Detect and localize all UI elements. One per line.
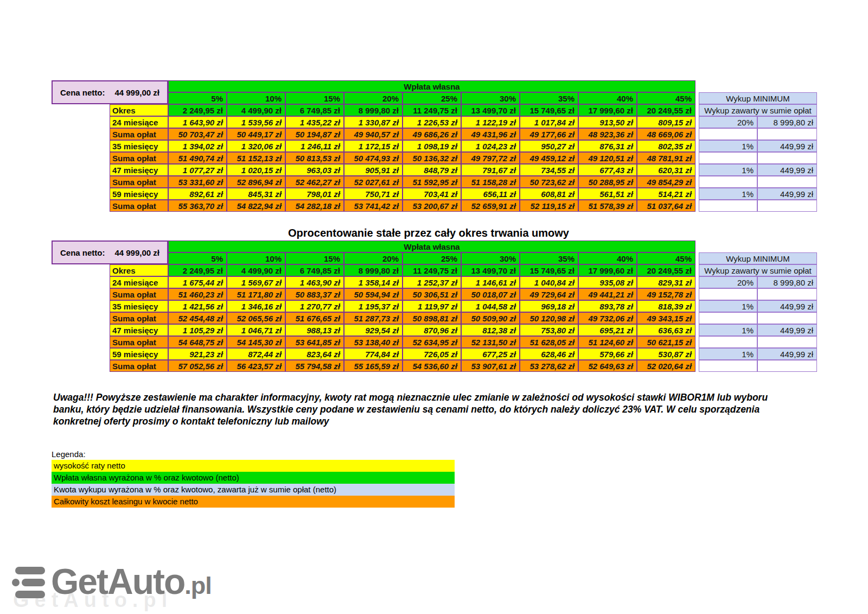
wykup-pct-cell — [699, 312, 757, 324]
wykup-pct-cell — [699, 200, 757, 212]
row-label: 59 miesięcy — [110, 348, 168, 360]
rate-value-cell: 514,21 zł — [637, 188, 695, 200]
rate-value-cell: 1 320,06 zł — [227, 140, 285, 152]
leasing-table-1: Cena netto: 44 999,00 zł Wpłata własna5%… — [52, 80, 817, 212]
percent-header-cell: 45% — [637, 252, 695, 264]
rate-value-cell: 677,43 zł — [578, 164, 637, 176]
percent-header-cell: 25% — [403, 252, 461, 264]
sum-value-cell: 52 634,95 zł — [403, 336, 461, 348]
rate-value-cell: 870,96 zł — [403, 324, 461, 336]
sum-value-cell: 50 306,51 zł — [403, 288, 461, 300]
rate-value-cell: 1 569,67 zł — [227, 276, 285, 288]
sum-value-cell: 51 152,13 zł — [227, 152, 285, 164]
legend-title: Legenda: — [52, 448, 455, 460]
wykup-pct-cell — [699, 336, 757, 348]
sum-value-cell: 52 659,91 zł — [461, 200, 520, 212]
rate-value-cell: 750,71 zł — [344, 188, 403, 200]
rate-value-cell: 1 643,90 zł — [168, 116, 227, 128]
sum-value-cell: 54 282,18 zł — [285, 200, 344, 212]
row-label: Suma opłat — [110, 200, 168, 212]
rate-value-cell: 703,41 zł — [403, 188, 461, 200]
sum-value-cell: 50 018,07 zł — [461, 288, 520, 300]
row-label: Suma opłat — [110, 128, 168, 140]
logo-text: GetAuto.pl — [51, 565, 212, 598]
rate-value-cell: 636,63 zł — [637, 324, 695, 336]
wykup-grid: Wykup MINIMUMWykup zawarty w sumie opłat… — [699, 252, 817, 372]
okres-value-cell: 13 499,70 zł — [461, 264, 520, 276]
legend-item-buyout: Kwota wykupu wyrażona w % oraz kwotowo, … — [52, 484, 455, 496]
sum-value-cell: 55 165,59 zł — [344, 360, 403, 372]
row-label: 59 miesięcy — [110, 188, 168, 200]
sum-value-cell: 53 741,42 zł — [344, 200, 403, 212]
wykup-amount-cell: 8 999,80 zł — [757, 276, 817, 288]
cena-netto-box: Cena netto: 44 999,00 zł — [52, 240, 168, 264]
rate-value-cell: 913,50 zł — [578, 116, 637, 128]
row-label: 47 miesięcy — [110, 324, 168, 336]
wykup-grid: Wykup MINIMUMWykup zawarty w sumie opłat… — [699, 92, 817, 212]
sum-value-cell: 57 052,56 zł — [168, 360, 227, 372]
rate-value-cell: 823,64 zł — [285, 348, 344, 360]
sum-value-cell: 50 883,37 zł — [285, 288, 344, 300]
sum-value-cell: 50 703,47 zł — [168, 128, 227, 140]
wykup-pct-cell: 1% — [699, 188, 757, 200]
sum-value-cell: 52 649,63 zł — [578, 360, 637, 372]
rate-value-cell: 1 046,71 zł — [227, 324, 285, 336]
rate-value-cell: 1 246,11 zł — [285, 140, 344, 152]
rate-value-cell: 1 421,56 zł — [168, 300, 227, 312]
rate-value-cell: 798,01 zł — [285, 188, 344, 200]
rate-value-cell: 1 017,84 zł — [520, 116, 578, 128]
rate-value-cell: 1 330,87 zł — [344, 116, 403, 128]
sum-value-cell: 53 138,40 zł — [344, 336, 403, 348]
rate-value-cell: 921,23 zł — [168, 348, 227, 360]
okres-value-cell: 20 249,55 zł — [637, 264, 695, 276]
sum-value-cell: 50 136,32 zł — [403, 152, 461, 164]
sum-value-cell: 54 145,30 zł — [227, 336, 285, 348]
sum-value-cell: 55 794,58 zł — [285, 360, 344, 372]
wykup-pct-cell: 1% — [699, 140, 757, 152]
rate-value-cell: 695,21 zł — [578, 324, 637, 336]
wplata-wlasna-header: Wpłata własna — [168, 240, 695, 252]
wykup-title: Wykup MINIMUM — [699, 252, 817, 264]
wykup-amount-cell: 449,99 zł — [757, 324, 817, 336]
percent-header-cell: 30% — [461, 92, 520, 104]
wykup-pct-cell — [699, 176, 757, 188]
rate-value-cell: 1 044,58 zł — [461, 300, 520, 312]
wykup-amount-cell — [757, 152, 817, 164]
percent-header-cell: 35% — [520, 92, 578, 104]
wykup-subtitle: Wykup zawarty w sumie opłat — [699, 104, 817, 116]
sum-value-cell: 52 020,64 zł — [637, 360, 695, 372]
rate-value-cell: 802,35 zł — [637, 140, 695, 152]
sum-value-cell: 53 200,67 zł — [403, 200, 461, 212]
legend: Legenda: wysokość raty netto Wpłata włas… — [52, 448, 455, 508]
sum-value-cell: 53 641,85 zł — [285, 336, 344, 348]
percent-header-cell: 20% — [344, 92, 403, 104]
okres-value-cell: 8 999,80 zł — [344, 104, 403, 116]
sum-value-cell: 49 729,64 zł — [520, 288, 578, 300]
percent-header-cell: 5% — [168, 252, 227, 264]
sum-value-cell: 50 813,53 zł — [285, 152, 344, 164]
wykup-amount-cell — [757, 312, 817, 324]
sum-value-cell: 50 120,98 zł — [520, 312, 578, 324]
sum-value-cell: 51 037,64 zł — [637, 200, 695, 212]
rate-value-cell: 579,66 zł — [578, 348, 637, 360]
rates-grid: Wpłata własna5%10%15%20%25%30%35%40%45%O… — [110, 240, 695, 372]
okres-value-cell: 15 749,65 zł — [520, 104, 578, 116]
rate-value-cell: 530,87 zł — [637, 348, 695, 360]
disclaimer-note: Uwaga!!! Powyższe zestawienie ma charakt… — [53, 391, 799, 427]
rate-value-cell: 677,25 zł — [461, 348, 520, 360]
sum-value-cell: 52 065,56 zł — [227, 312, 285, 324]
rate-value-cell: 1 463,90 zł — [285, 276, 344, 288]
sum-value-cell: 49 441,21 zł — [578, 288, 637, 300]
percent-header-cell: 30% — [461, 252, 520, 264]
row-label: Suma opłat — [110, 152, 168, 164]
okres-value-cell: 17 999,60 zł — [578, 104, 637, 116]
rate-value-cell: 608,81 zł — [520, 188, 578, 200]
row-label: Suma opłat — [110, 336, 168, 348]
sum-value-cell: 52 454,48 zł — [168, 312, 227, 324]
percent-header-cell: 10% — [227, 252, 285, 264]
rate-value-cell: 1 146,61 zł — [461, 276, 520, 288]
okres-value-cell: 6 749,85 zł — [285, 104, 344, 116]
rate-value-cell: 1 077,27 zł — [168, 164, 227, 176]
rate-value-cell: 1 020,15 zł — [227, 164, 285, 176]
sum-value-cell: 54 648,75 zł — [168, 336, 227, 348]
